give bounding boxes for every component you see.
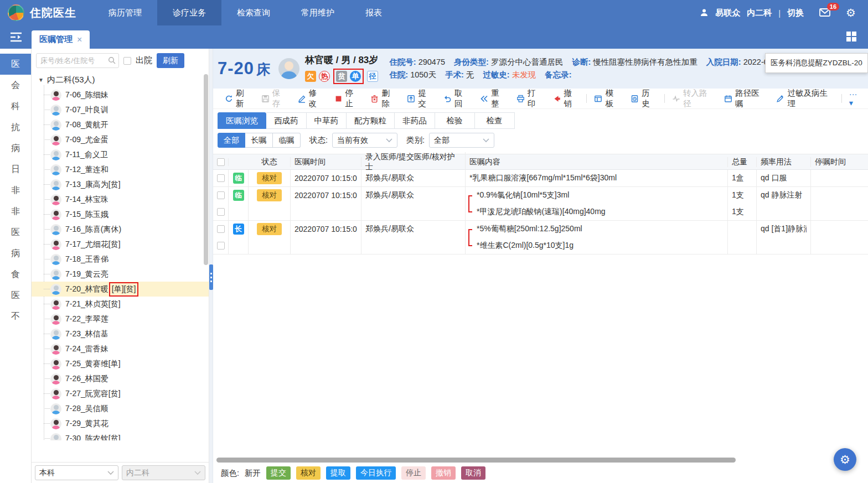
patient-list-item[interactable]: 7-18_王香俤 <box>32 252 209 267</box>
select-all-checkbox[interactable] <box>217 158 225 166</box>
patient-list-item[interactable]: 7-08_黄航开 <box>32 117 209 132</box>
patient-list-item[interactable]: 7-13_康高为[贫] <box>32 177 209 192</box>
patient-list-item[interactable]: 7-16_陈喜(离休) <box>32 222 209 237</box>
toolbar-button-提交[interactable]: 提交 <box>402 88 438 109</box>
floating-settings-button[interactable]: ⚙ <box>834 448 856 471</box>
order-tab-检查[interactable]: 检查 <box>475 112 515 129</box>
tab-close-icon[interactable]: × <box>77 35 82 45</box>
left-menu-item-7[interactable]: 非 <box>0 201 31 222</box>
toolbar-button-重整[interactable]: 重整 <box>475 88 512 109</box>
left-menu-item-3[interactable]: 抗 <box>0 117 31 138</box>
segment-长嘱[interactable]: 长嘱 <box>245 133 273 148</box>
order-tab-配方颗粒[interactable]: 配方颗粒 <box>347 112 395 129</box>
switch-department-button[interactable]: 切换 <box>787 8 804 18</box>
tab-order-management[interactable]: 医嘱管理 × <box>32 30 90 49</box>
left-menu-item-10[interactable]: 食 <box>0 264 31 285</box>
top-menu-item-报表[interactable]: 报表 <box>350 0 397 25</box>
top-menu-item-常用维护[interactable]: 常用维护 <box>286 0 350 25</box>
order-row[interactable]: 临核对20220707 10:15:02郑焕兵/易联众*0.9%氯化钠[10ml… <box>213 187 868 221</box>
order-tab-检验[interactable]: 检验 <box>435 112 475 129</box>
left-menu-item-8[interactable]: 医 <box>0 222 31 243</box>
toolbar-button-模板[interactable]: 模板 <box>589 88 626 109</box>
patient-list-item[interactable]: 7-22_李翠莲 <box>32 311 209 326</box>
settings-gear-icon[interactable]: ⚙ <box>846 6 856 19</box>
tree-collapse-icon[interactable]: ▼ <box>38 77 44 83</box>
toolbar-button-撤销[interactable]: 撤销 <box>548 88 585 109</box>
patient-list-item[interactable]: 7-26_林国爱 <box>32 371 209 386</box>
toolbar-button-刷新[interactable]: 刷新 <box>220 88 256 109</box>
messages-button[interactable]: 16 <box>819 8 831 18</box>
patient-list-item[interactable]: 7-11_俞义卫 <box>32 147 209 162</box>
toolbar-button-路径医嘱[interactable]: 路径医嘱 <box>719 88 771 109</box>
order-row[interactable]: 长核对20220707 10:15:02郑焕兵/易联众*5%葡萄糖[250ml:… <box>213 221 868 255</box>
left-menu-item-11[interactable]: 医 <box>0 285 31 306</box>
order-tab-西成药[interactable]: 西成药 <box>266 112 307 129</box>
order-row[interactable]: 临核对20220707 10:15:02郑焕兵/易联众*乳果糖口服溶液[667m… <box>213 170 868 187</box>
row-checkbox[interactable] <box>217 242 225 250</box>
patient-list-item[interactable]: 7-12_董连和 <box>32 162 209 177</box>
segment-临嘱[interactable]: 临嘱 <box>273 133 301 148</box>
toolbar-button-修改[interactable]: 修改 <box>293 88 329 109</box>
patient-list-item[interactable]: 7-09_尤金蛋 <box>32 132 209 147</box>
patient-list-item[interactable]: 7-24_雷香妹 <box>32 341 209 356</box>
patient-avatar-icon <box>50 433 61 441</box>
left-menu-item-4[interactable]: 病 <box>0 138 31 159</box>
patient-list-item[interactable]: 7-23_林信基 <box>32 326 209 341</box>
order-tab-医嘱浏览[interactable]: 医嘱浏览 <box>218 112 266 129</box>
current-department[interactable]: 内二科 <box>747 8 772 18</box>
toolbar-button-过敏及病生理[interactable]: 过敏及病生理 <box>771 88 839 109</box>
status-filter-select[interactable]: 当前有效 <box>332 133 397 148</box>
current-user[interactable]: 易联众 <box>715 8 740 18</box>
patient-list-item[interactable]: 7-30_陈农钦[贫] <box>32 431 209 440</box>
toolbar-button-停止[interactable]: 停止 <box>329 88 366 109</box>
left-menu-item-0[interactable]: 医 <box>0 54 31 75</box>
row-checkbox[interactable] <box>217 174 225 182</box>
sidebar-refresh-button[interactable]: 刷新 <box>157 53 184 68</box>
patient-list-item[interactable]: 7-20_林官暖[单][贫] <box>32 282 209 297</box>
left-menu-item-9[interactable]: 病 <box>0 243 31 264</box>
segment-全部[interactable]: 全部 <box>218 133 245 148</box>
category-filter-select[interactable]: 全部 <box>429 133 494 148</box>
patient-list-item[interactable]: 7-17_尤细花[贫] <box>32 237 209 252</box>
collapse-sidebar-icon[interactable] <box>0 25 32 49</box>
campus-select[interactable]: 本科 <box>35 465 118 480</box>
status-filter-value: 当前有效 <box>337 136 368 146</box>
department-select[interactable]: 内二科 <box>122 465 205 480</box>
department-group-node[interactable]: ▼ 内二科(53人) <box>32 71 209 87</box>
order-tab-中草药[interactable]: 中草药 <box>307 112 347 129</box>
patient-list-item[interactable]: 7-06_陈细妹 <box>32 87 209 102</box>
toolbar-button-打印[interactable]: 打印 <box>512 88 548 109</box>
row-checkbox[interactable] <box>217 208 225 216</box>
sidebar-scrollbar[interactable] <box>204 74 208 265</box>
row-checkbox[interactable] <box>217 225 225 233</box>
toolbar-button-取回[interactable]: 取回 <box>438 88 475 109</box>
left-menu-item-2[interactable]: 科 <box>0 96 31 117</box>
column-header-4: 总量 <box>728 157 757 167</box>
toolbar-button-[interactable]: ··· ▾ <box>844 90 868 107</box>
patient-list-item[interactable]: 7-14_林宝珠 <box>32 192 209 207</box>
horizontal-scrollbar-thumb[interactable] <box>216 458 736 463</box>
row-checkbox[interactable] <box>217 191 225 199</box>
patient-list-item[interactable]: 7-27_阮宽容[贫] <box>32 386 209 401</box>
toolbar-button-删除[interactable]: 删除 <box>365 88 402 109</box>
toolbar-button-历史[interactable]: 历史 <box>626 88 662 109</box>
discharge-checkbox[interactable] <box>123 57 131 65</box>
top-menu-item-病历管理[interactable]: 病历管理 <box>93 0 157 25</box>
patient-list-item[interactable]: 7-07_叶良训 <box>32 102 209 117</box>
patient-list-item[interactable]: 7-21_林贞英[贫] <box>32 297 209 311</box>
top-menu-item-检索查询[interactable]: 检索查询 <box>221 0 286 25</box>
patient-list-item[interactable]: 7-28_吴信顺 <box>32 401 209 416</box>
grid-layout-icon[interactable] <box>846 31 857 44</box>
order-tab-非药品[interactable]: 非药品 <box>395 112 435 129</box>
left-menu-item-5[interactable]: 日 <box>0 159 31 180</box>
top-menu-item-诊疗业务[interactable]: 诊疗业务 <box>157 0 221 25</box>
left-menu-item-1[interactable]: 会 <box>0 75 31 96</box>
patient-list-item[interactable]: 7-29_黄其花 <box>32 416 209 431</box>
patient-list-item[interactable]: 7-25_黄赛维[单] <box>32 356 209 371</box>
patient-search-input[interactable] <box>36 53 119 68</box>
patient-list-item[interactable]: 7-15_陈玉娥 <box>32 207 209 222</box>
left-menu-item-6[interactable]: 非 <box>0 180 31 201</box>
patient-list-item[interactable]: 7-19_黄云亮 <box>32 267 209 282</box>
left-menu-item-12[interactable]: 不 <box>0 306 31 327</box>
splitter-handle[interactable] <box>209 264 213 290</box>
